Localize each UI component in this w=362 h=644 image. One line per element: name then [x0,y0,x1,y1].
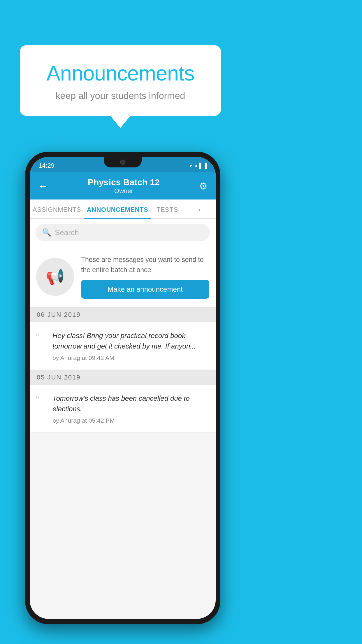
batch-title: Physics Batch 12 [88,177,160,187]
app-header: ← Physics Batch 12 Owner ⚙ [30,172,216,200]
status-time: 14:29 [38,162,55,169]
announcement-meta-1: by Anurag at 09:42 AM [52,354,210,361]
batch-role: Owner [88,187,160,195]
phone-device: 14:29 ▾ ◂▐ ▐ ← Physics Batch 12 Owner ⚙ [25,152,220,624]
battery-icon: ▐ [203,163,207,169]
status-icons: ▾ ◂▐ ▐ [189,162,207,169]
date-separator-2: 05 JUN 2019 [30,370,216,385]
search-icon: 🔍 [42,228,51,237]
settings-button[interactable]: ⚙ [199,181,208,192]
tab-more[interactable]: › [183,200,216,218]
search-placeholder: Search [55,228,79,237]
announcement-item-1[interactable]: " Hey class! Bring your practical record… [30,322,216,370]
announcement-item-2[interactable]: " Tomorrow's class has been cancelled du… [30,385,216,433]
phone-screen: 14:29 ▾ ◂▐ ▐ ← Physics Batch 12 Owner ⚙ [30,157,216,619]
announcement-content-1: Hey class! Bring your practical record b… [52,330,210,361]
megaphone-icon-circle: 📢 [36,258,74,296]
announcement-prompt: 📢 These are messages you want to send to… [30,246,216,307]
header-title-block: Physics Batch 12 Owner [88,177,160,195]
more-tabs-indicator: › [198,206,201,213]
announcement-text-2: Tomorrow's class has been cancelled due … [52,393,210,414]
camera [120,160,125,165]
tab-announcements[interactable]: ANNOUNCEMENTS [84,200,151,218]
wifi-icon: ▾ [189,162,192,169]
tab-tests[interactable]: TESTS [151,200,183,218]
tabs-bar: ASSIGNMENTS ANNOUNCEMENTS TESTS › [30,200,216,219]
bubble-subtitle: keep all your students informed [34,90,206,101]
speech-bubble-container: Announcements keep all your students inf… [20,45,221,116]
tab-assignments[interactable]: ASSIGNMENTS [30,200,84,218]
announcement-prompt-right: These are messages you want to send to t… [81,255,209,299]
quote-icon-2: " [36,394,47,424]
signal-icon: ◂▐ [194,162,201,169]
back-button[interactable]: ← [38,180,48,192]
search-box[interactable]: 🔍 Search [36,224,210,241]
quote-icon-1: " [36,332,47,361]
speech-bubble: Announcements keep all your students inf… [20,45,221,116]
announcement-content-2: Tomorrow's class has been cancelled due … [52,393,210,424]
announcement-text-1: Hey class! Bring your practical record b… [52,330,210,351]
phone-frame: 14:29 ▾ ◂▐ ▐ ← Physics Batch 12 Owner ⚙ [25,152,220,624]
announcement-meta-2: by Anurag at 05:42 PM [52,417,210,424]
date-separator-1: 06 JUN 2019 [30,307,216,322]
bubble-title: Announcements [34,61,206,85]
phone-notch [104,157,142,167]
megaphone-icon: 📢 [46,268,65,286]
announcement-description: These are messages you want to send to t… [81,255,209,275]
screen-content: ← Physics Batch 12 Owner ⚙ ASSIGNMENTS A… [30,172,216,619]
search-container: 🔍 Search [30,219,216,246]
make-announcement-button[interactable]: Make an announcement [81,280,209,299]
